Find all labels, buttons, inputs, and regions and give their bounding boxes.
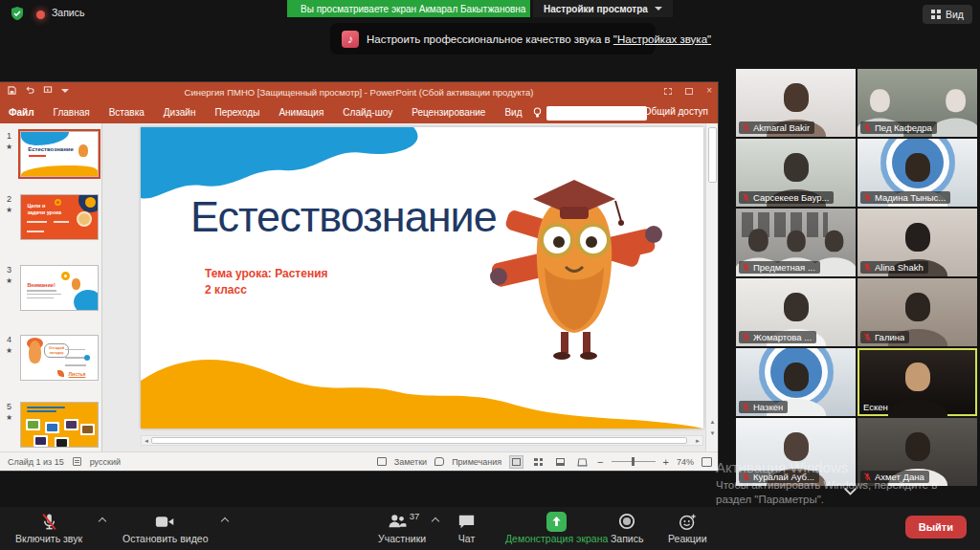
slide-counter[interactable]: Слайд 1 из 15 (8, 457, 64, 467)
girl-figure-body (29, 341, 41, 363)
lion-figure (77, 211, 92, 227)
tab-insert[interactable]: Вставка (100, 102, 154, 123)
participants-button[interactable]: 37 Участники (378, 511, 426, 544)
participant-name-badge: Назкен (739, 401, 788, 413)
participants-options-chevron[interactable] (433, 518, 440, 526)
windows-activation-watermark-line3: раздел "Параметры". (716, 494, 824, 505)
next-slide-button[interactable]: ▼ (708, 429, 717, 438)
participant-tile[interactable]: Галина (858, 278, 977, 346)
reading-view-button[interactable] (553, 455, 568, 469)
proofing-icon[interactable] (73, 457, 81, 466)
chevron-down-icon (655, 7, 662, 11)
normal-view-button[interactable] (509, 455, 523, 469)
slide-canvas[interactable]: Естествознание Тема урока: Растения 2 кл… (141, 127, 703, 429)
thumb-title: Естествознание (28, 146, 74, 152)
participant-tile-active-speaker[interactable]: Ескен (858, 348, 977, 416)
grid-icon (931, 10, 941, 19)
participant-tile[interactable]: Жомартова ... (736, 278, 856, 346)
close-window-icon[interactable]: × (706, 86, 712, 96)
horizontal-scrollbar[interactable]: ◄ ► (141, 435, 703, 446)
ribbon-tab-bar: Файл Главная Вставка Дизайн Переходы Ани… (0, 102, 718, 123)
slide-grade-text[interactable]: 2 класс (205, 283, 247, 297)
zoom-slider-knob[interactable] (632, 457, 635, 466)
slide-thumbnail-4[interactable]: Отгадай загадку Листья (20, 335, 99, 381)
tab-animations[interactable]: Анимация (269, 102, 333, 123)
tab-transitions[interactable]: Переходы (205, 102, 269, 123)
slideshow-view-button[interactable] (575, 455, 590, 469)
audio-quality-toast: ♪ Настроить профессиональное качество зв… (330, 23, 656, 55)
zoom-slider[interactable] (612, 461, 656, 462)
participant-name-badge: Alina Shakh (860, 261, 928, 274)
participant-tile[interactable]: Akmaral Bakir (736, 69, 856, 137)
powerpoint-titlebar[interactable]: Синергия ПМНО [Защищенный просмотр] - Po… (0, 82, 718, 102)
slide-topic-text[interactable]: Тема урока: Растения (205, 267, 328, 280)
image-card (33, 435, 48, 447)
tab-file[interactable]: Файл (0, 102, 44, 123)
slide-thumbnail-2[interactable]: Цели и задачи урока (20, 194, 99, 240)
zoom-in-button[interactable]: + (663, 457, 669, 467)
participant-tile[interactable]: Куралай Ауб... (736, 418, 856, 486)
participant-tile[interactable]: Предметная ... (736, 209, 856, 276)
share-button[interactable]: Общий доступ (630, 106, 708, 117)
slideshow-icon[interactable] (43, 86, 53, 95)
scrollbar-thumb[interactable] (708, 127, 717, 183)
slide-thumbnail-5[interactable] (20, 402, 99, 448)
gallery-view-button[interactable]: Вид (923, 5, 972, 24)
participant-tile[interactable]: Alina Shakh (858, 209, 977, 276)
participant-name-badge: Пед Кафедра (860, 121, 937, 134)
vertical-scrollbar[interactable]: ▲ ▼ (705, 123, 718, 451)
powerpoint-window: Синергия ПМНО [Защищенный просмотр] - Po… (0, 82, 718, 471)
zoom-out-button[interactable]: − (597, 457, 603, 467)
tab-design[interactable]: Дизайн (154, 102, 206, 123)
video-options-chevron[interactable] (222, 518, 230, 526)
tab-slideshow[interactable]: Слайд-шоу (333, 102, 402, 123)
audio-settings-link[interactable]: "Настройках звука" (613, 33, 711, 45)
scroll-left-icon[interactable]: ◄ (144, 438, 149, 444)
comments-icon (434, 457, 444, 466)
stop-video-button[interactable]: Остановить видео (122, 511, 208, 544)
mascot-character (483, 169, 670, 385)
tab-review[interactable]: Рецензирование (402, 102, 495, 123)
view-options-dropdown[interactable]: Настройки просмотра (533, 0, 673, 17)
slide-sorter-view-button[interactable] (531, 455, 546, 469)
powerpoint-title: Синергия ПМНО [Защищенный просмотр] - Po… (0, 87, 718, 98)
participant-tile[interactable]: Пед Кафедра (858, 69, 977, 137)
share-screen-icon (546, 512, 567, 532)
security-shield-icon[interactable] (10, 6, 25, 21)
audio-options-chevron[interactable] (100, 518, 107, 526)
scroll-right-icon[interactable]: ► (695, 438, 701, 444)
tab-view[interactable]: Вид (495, 102, 531, 123)
participant-tile[interactable]: Мадина Тыныс... (858, 139, 977, 207)
tab-home[interactable]: Главная (44, 102, 100, 123)
zoom-percent[interactable]: 74% (677, 457, 694, 467)
unmute-button[interactable]: Включить звук (15, 511, 82, 544)
participants-scroll-down-chevron[interactable] (846, 485, 859, 498)
slide-thumbnail-1[interactable]: Естествознание (20, 131, 99, 177)
notes-toggle[interactable]: Заметки (394, 457, 427, 467)
muted-mic-icon (742, 123, 750, 132)
slide-thumbnail-3[interactable]: Внимание! (20, 265, 99, 311)
qat-customize-caret-icon[interactable] (61, 89, 69, 93)
language-label[interactable]: русский (90, 457, 121, 467)
reactions-button[interactable]: Реакции (668, 511, 707, 544)
viewing-screen-banner: Вы просматриваете экран Акмарал Бакытжан… (287, 0, 530, 17)
participant-tile[interactable]: Назкен (736, 348, 856, 416)
image-card (55, 437, 69, 448)
participant-tile[interactable]: Сарсекеев Баур... (736, 139, 856, 207)
scrollbar-thumb[interactable] (151, 437, 687, 444)
slide-title-text[interactable]: Естествознание (190, 192, 497, 242)
restore-window-icon[interactable] (685, 88, 693, 95)
previous-slide-button[interactable]: ▲ (708, 418, 717, 427)
save-icon[interactable] (8, 86, 16, 95)
comments-toggle[interactable]: Примечания (452, 457, 501, 467)
record-button[interactable]: Запись (611, 511, 643, 544)
fit-to-window-icon[interactable] (702, 457, 712, 467)
undo-icon[interactable] (25, 86, 34, 95)
leave-meeting-button[interactable]: Выйти (905, 516, 967, 539)
ribbon-options-icon[interactable] (664, 88, 672, 95)
participant-tile[interactable]: Ахмет Дана (858, 418, 977, 486)
red-underline (29, 155, 46, 157)
participant-name-badge: Ескен (860, 401, 893, 413)
chat-button[interactable]: Чат (457, 511, 476, 544)
share-screen-button[interactable]: Демонстрация экрана (505, 511, 608, 544)
